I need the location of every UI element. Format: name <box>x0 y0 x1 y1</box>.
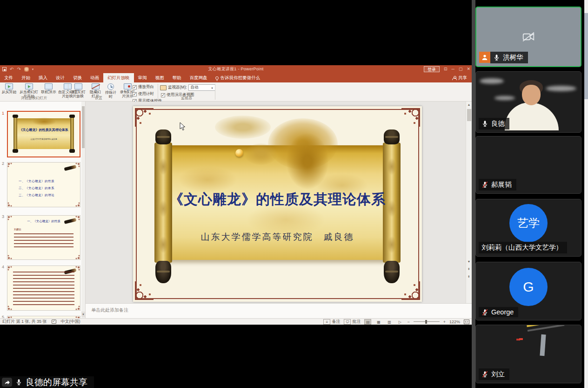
thumbnail-slide-4[interactable] <box>7 265 80 311</box>
participant-name: 郝展韬 <box>479 179 516 191</box>
participant-tile[interactable]: 艺学 刘莉莉（山西大学文艺学） <box>475 199 581 257</box>
normal-view-button[interactable]: ▤ <box>364 319 371 325</box>
participants-panel: 洪树华 良德 郝展韬 <box>475 0 584 388</box>
tab-design[interactable]: 设计 <box>52 73 69 82</box>
participants-scrollbar[interactable] <box>584 0 588 388</box>
ppt-titlebar: ↶ ↷ ▾ 文心雕龙讲座1 - PowerPoint 登录 ⊡ ─ ▢ ✕ <box>0 65 472 73</box>
meeting-window: ↶ ↷ ▾ 文心雕龙讲座1 - PowerPoint 登录 ⊡ ─ ▢ ✕ 文件… <box>0 0 588 388</box>
thumb1-subtitle: 山东大学儒学高等研究院 戚良德 <box>8 138 80 140</box>
participant-name: 良德 <box>479 118 509 129</box>
slide-title: 《文心雕龙》的性质及其理论体系 <box>133 190 422 209</box>
tab-home[interactable]: 开始 <box>17 73 34 82</box>
ornament-corner <box>399 108 420 129</box>
thumb-number: 3 <box>2 214 4 219</box>
tab-review[interactable]: 审阅 <box>134 73 151 82</box>
thumbnail-slide-1[interactable]: 《文心雕龙》的性质及其理论体系 山东大学儒学高等研究院 戚良德 <box>7 111 80 157</box>
share-arrow-icon <box>2 378 12 387</box>
thumbnail-slide-3[interactable]: 一、《文心雕龙》的性质 刘勰说: <box>7 215 80 260</box>
tab-help[interactable]: 帮助 <box>168 73 186 82</box>
tab-file[interactable]: 文件 <box>0 73 17 82</box>
zoom-level[interactable]: 122% <box>449 320 460 324</box>
thumb3-lead: 刘勰说: <box>14 228 21 231</box>
monitor-icon <box>160 85 167 90</box>
play-current-icon <box>25 83 33 89</box>
scroll-down-icon[interactable]: ▼ <box>81 312 85 317</box>
notes-pane[interactable]: 单击此处添加备注 <box>86 303 472 318</box>
zoom-out-button[interactable]: − <box>407 320 409 324</box>
slide-scrollbar[interactable]: ▲ ▼ ⇞ ⇟ <box>466 102 472 303</box>
monitor-dropdown[interactable]: 自动▾ <box>188 84 215 91</box>
tab-slideshow[interactable]: 幻灯片放映 <box>103 73 134 82</box>
participant-name: 刘莉莉（山西大学文艺学） <box>479 242 567 253</box>
thumb-number: 4 <box>2 265 4 269</box>
group-monitors: 监视器(M): 自动▾ 使用演示者视图 监视器 <box>158 82 215 101</box>
minimize-icon[interactable]: ─ <box>452 66 454 73</box>
tab-animations[interactable]: 动画 <box>86 73 103 82</box>
camera-off-icon <box>521 30 535 44</box>
mic-muted-icon <box>481 371 488 378</box>
avatar: 艺学 <box>509 204 548 242</box>
roller-knob <box>155 129 171 144</box>
zoom-in-button[interactable]: + <box>443 320 446 324</box>
panel-edge <box>472 0 475 388</box>
thumb1-title: 《文心雕龙》的性质及其理论体系 <box>8 128 80 132</box>
ribbon: 从头开始 从当前幻灯片开始 联机演示 自定义幻灯片放映 开始放 <box>0 82 472 102</box>
mic-icon <box>493 54 500 61</box>
thumbnail-scrollbar[interactable]: ▼ <box>81 102 85 318</box>
screen-share-banner[interactable]: 良德的屏幕共享 <box>0 376 94 388</box>
participant-name: 洪树华 <box>490 52 528 63</box>
slide-canvas[interactable]: 《文心雕龙》的性质及其理论体系 山东大学儒学高等研究院 戚良德 <box>133 106 422 302</box>
reading-view-button[interactable]: ▥ <box>386 319 393 325</box>
thumb-number: 2 <box>2 161 4 166</box>
clock-icon <box>107 83 114 90</box>
person-face <box>522 85 541 105</box>
mic-muted-icon <box>481 309 488 316</box>
sign-in-button[interactable]: 登录 <box>424 66 440 72</box>
avatar: G <box>509 268 548 306</box>
roller-knob <box>155 261 171 283</box>
tab-insert[interactable]: 插入 <box>34 73 52 82</box>
tab-transitions[interactable]: 切换 <box>69 73 86 82</box>
fit-to-window-icon[interactable] <box>464 320 469 324</box>
mic-icon <box>15 379 22 386</box>
scroll-down-icon: ▼ <box>466 260 472 263</box>
thumbnail-slide-2[interactable]: 一、《文心雕龙》的性质 二、《文心雕龙》的体系 三、《文心雕龙》的理论 <box>7 162 80 207</box>
notes-toggle[interactable]: ≡备注 <box>323 319 340 325</box>
checkbox-icon <box>133 92 137 96</box>
spellcheck-icon[interactable] <box>52 320 56 324</box>
participant-tile[interactable]: 郝展韬 <box>475 136 581 194</box>
powerpoint-window: ↶ ↷ ▾ 文心雕龙讲座1 - PowerPoint 登录 ⊡ ─ ▢ ✕ 文件… <box>0 65 472 325</box>
language-indicator[interactable]: 中文(中国) <box>61 319 80 325</box>
participant-tile[interactable]: 良德 <box>475 71 581 133</box>
zoom-slider[interactable] <box>414 321 440 322</box>
mic-icon <box>481 120 488 127</box>
tell-me-box[interactable]: 告诉我你想要做什么 <box>212 73 264 82</box>
tab-baidu-netdisk[interactable]: 百度网盘 <box>186 73 212 82</box>
brush-icon <box>64 165 77 171</box>
record-icon <box>124 83 132 89</box>
participant-name: George <box>479 307 518 317</box>
share-button[interactable]: 共享 <box>448 73 472 82</box>
participant-tile[interactable]: 刘立 <box>475 325 581 383</box>
notes-placeholder: 单击此处添加备注 <box>91 307 128 313</box>
lightbulb-icon <box>215 76 219 80</box>
comments-toggle[interactable]: 🗩批注 <box>344 319 361 325</box>
maximize-icon[interactable]: ▢ <box>459 66 463 73</box>
participant-tile[interactable]: G George <box>475 262 581 320</box>
slide-sorter-view-button[interactable]: ▦ <box>375 319 382 325</box>
slide-counter: 幻灯片 第 1 张, 共 35 张 <box>2 319 47 325</box>
ribbon-tabs: 文件 开始 插入 设计 切换 动画 幻灯片放映 审阅 视图 帮助 百度网盘 告诉… <box>0 73 472 82</box>
ornament-corner <box>135 279 156 300</box>
mic-muted-icon <box>481 181 488 188</box>
tab-view[interactable]: 视图 <box>151 73 168 82</box>
ppt-statusbar: 幻灯片 第 1 张, 共 35 张 中文(中国) ≡备注 🗩批注 ▤ ▦ ▥ ▷… <box>0 318 472 325</box>
participant-name: 刘立 <box>479 368 509 380</box>
slideshow-view-button[interactable]: ▷ <box>396 319 403 325</box>
hide-slide-icon <box>92 83 100 89</box>
ribbon-options-icon[interactable]: ⊡ <box>444 66 448 73</box>
roller-knob <box>384 129 400 144</box>
ornament-corner <box>135 108 156 129</box>
avatar <box>479 52 490 63</box>
close-icon[interactable]: ✕ <box>467 66 470 73</box>
participant-tile[interactable]: 洪树华 <box>475 7 581 67</box>
